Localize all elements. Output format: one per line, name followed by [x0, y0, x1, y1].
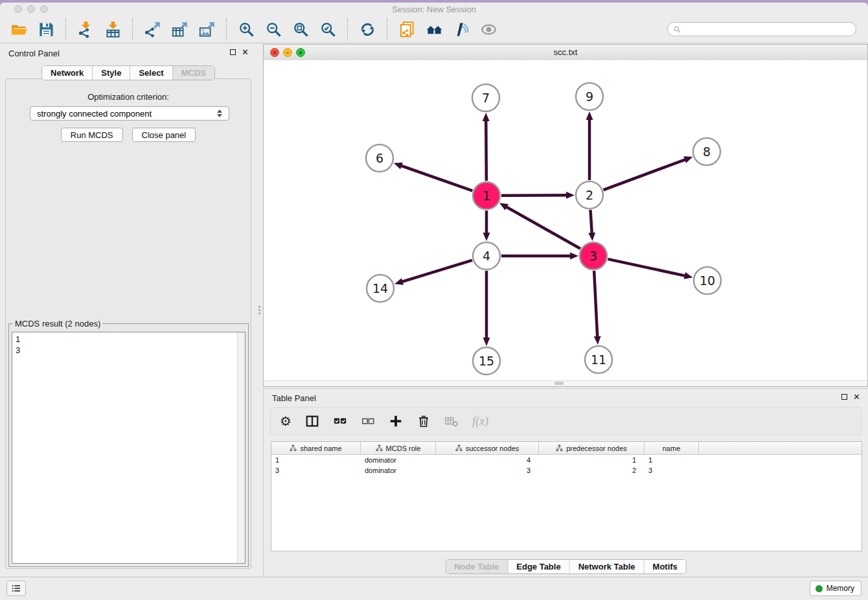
node-11[interactable]: 11 [585, 346, 612, 373]
toolbar-separator [387, 18, 387, 40]
node-4[interactable]: 4 [473, 242, 500, 270]
network-file-button[interactable] [394, 17, 419, 41]
control-panel-close-icon[interactable]: ✕ [242, 49, 249, 55]
import-network-button[interactable] [73, 17, 98, 41]
node-1[interactable]: 1 [473, 182, 500, 209]
table-row[interactable]: 3dominator323 [271, 465, 862, 476]
table-tab-edge-table[interactable]: Edge Table [508, 560, 569, 573]
refresh-network-icon [359, 21, 376, 38]
show-graphics-details-button[interactable] [476, 17, 501, 41]
mcds-result-textarea[interactable]: 13 [12, 332, 246, 564]
show-graphics-details-icon [480, 21, 497, 38]
edge-2-3[interactable] [590, 210, 591, 234]
svg-text:15: 15 [479, 354, 494, 368]
svg-text:4: 4 [483, 249, 490, 263]
column-header-predecessor-nodes[interactable]: predecessor nodes [539, 442, 645, 454]
column-header-successor-nodes[interactable]: successor nodes [436, 442, 539, 454]
table-tab-motifs[interactable]: Motifs [645, 560, 686, 573]
table-cell: 2 [539, 467, 645, 474]
edge-2-8[interactable] [604, 159, 687, 190]
edge-3-11[interactable] [594, 271, 597, 338]
vizmapper-button[interactable] [449, 17, 474, 41]
column-header-label: name [663, 444, 681, 452]
table-tab-network-table[interactable]: Network Table [570, 560, 645, 573]
node-14[interactable]: 14 [367, 275, 394, 302]
node-3[interactable]: 3 [580, 242, 607, 270]
export-network-button[interactable] [140, 17, 165, 41]
edge-1-6[interactable] [400, 165, 472, 190]
table-tab-node-table[interactable]: Node Table [446, 560, 508, 573]
select-all-columns-button[interactable] [333, 414, 347, 428]
create-column-icon [389, 414, 403, 428]
export-image-button[interactable] [194, 17, 219, 41]
edge-4-14[interactable] [402, 260, 472, 282]
tab-style[interactable]: Style [93, 66, 130, 80]
run-mcds-button[interactable]: Run MCDS [61, 128, 123, 142]
search-box[interactable] [667, 22, 856, 36]
export-table-icon [171, 21, 188, 38]
unselect-all-columns-button[interactable] [361, 414, 375, 428]
memory-button[interactable]: Memory [810, 581, 862, 596]
edge-3-10[interactable] [608, 259, 685, 276]
result-scrollbar[interactable] [237, 332, 245, 563]
task-history-button[interactable] [6, 581, 26, 596]
main-titlebar: Session: New Session [0, 3, 868, 16]
mcds-result-line: 3 [12, 345, 245, 356]
edge-arrow-1-4 [483, 233, 490, 241]
table-cell: 3 [645, 467, 699, 474]
table-panel-header: Table Panel ✕ [264, 389, 868, 406]
zoom-fit-button[interactable] [288, 17, 313, 41]
table-cell: dominator [361, 467, 436, 474]
column-header-shared-name[interactable]: shared name [271, 442, 361, 454]
import-table-button[interactable] [100, 17, 125, 41]
edge-1-7[interactable] [486, 120, 486, 181]
delete-columns-button[interactable] [417, 414, 431, 428]
svg-text:11: 11 [591, 352, 606, 367]
node-10[interactable]: 10 [694, 267, 721, 294]
zoom-selected-icon [319, 21, 337, 38]
delete-table-button [444, 414, 459, 428]
control-panel-float-icon[interactable] [230, 49, 236, 55]
edge-arrow-4-14 [394, 278, 404, 285]
edge-1-2[interactable] [501, 195, 567, 196]
refresh-network-button[interactable] [355, 17, 380, 41]
panel-splitter[interactable] [257, 44, 263, 577]
optimization-criterion-select[interactable]: strongly connected component [30, 106, 229, 121]
svg-text:2: 2 [586, 188, 593, 202]
column-header-name[interactable]: name [645, 442, 699, 454]
network-hscroll-thumb[interactable] [554, 382, 564, 385]
open-session-button[interactable] [6, 17, 31, 41]
tab-mcds[interactable]: MCDS [173, 66, 214, 80]
zoom-selected-button[interactable] [315, 17, 340, 41]
show-columns-button[interactable] [305, 414, 319, 428]
edge-3-1[interactable] [506, 207, 580, 249]
node-8[interactable]: 8 [693, 138, 720, 165]
table-row[interactable]: 1dominator411 [271, 455, 862, 465]
column-header-mcds-role[interactable]: MCDS role [361, 442, 436, 454]
column-header-label: shared name [300, 444, 341, 452]
node-7[interactable]: 7 [472, 84, 499, 111]
close-panel-button[interactable]: Close panel [132, 128, 196, 142]
export-table-button[interactable] [167, 17, 192, 41]
table-mode-gear-button[interactable]: ⚙ [280, 415, 291, 428]
search-input[interactable] [681, 24, 851, 34]
zoom-out-button[interactable] [261, 17, 286, 41]
table-panel-float-icon[interactable] [841, 394, 847, 400]
svg-text:7: 7 [482, 91, 490, 105]
tab-network[interactable]: Network [42, 66, 93, 80]
toolbar-separator [347, 18, 348, 40]
save-session-button[interactable] [34, 17, 58, 41]
node-2[interactable]: 2 [576, 181, 603, 209]
table-cell: 1 [539, 456, 645, 464]
zoom-in-button[interactable] [234, 17, 258, 41]
table-panel-title: Table Panel [272, 393, 316, 403]
function-builder-icon: f(x) [472, 415, 488, 428]
node-15[interactable]: 15 [473, 347, 500, 375]
network-canvas[interactable]: 7968124314101511 [264, 60, 867, 381]
node-9[interactable]: 9 [576, 83, 603, 110]
tab-select[interactable]: Select [130, 66, 172, 80]
home-button[interactable] [422, 17, 446, 41]
table-panel-close-icon[interactable]: ✕ [853, 394, 860, 400]
node-6[interactable]: 6 [366, 144, 393, 172]
create-column-button[interactable] [389, 414, 403, 428]
